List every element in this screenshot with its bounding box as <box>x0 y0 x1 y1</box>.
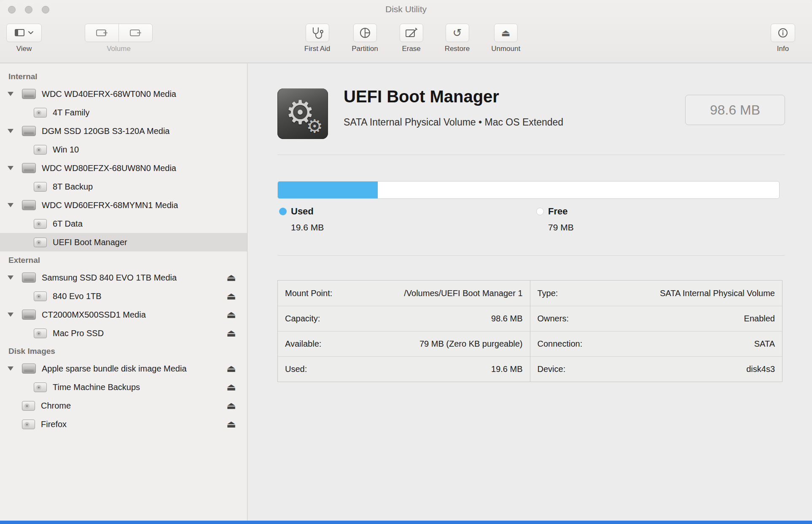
free-value: 79 MB <box>548 222 574 233</box>
view-button[interactable] <box>6 24 42 42</box>
restore-label: Restore <box>445 45 470 53</box>
eject-icon[interactable]: ⏏ <box>226 291 236 301</box>
view-group: View <box>6 24 42 53</box>
eject-icon[interactable]: ⏏ <box>226 364 236 374</box>
volume-title: UEFI Boot Manager <box>344 87 499 106</box>
disclosure-triangle-icon[interactable] <box>8 203 13 207</box>
sidebar-item-ct2000[interactable]: CT2000MX500SSD1 Media ⏏ <box>0 305 247 324</box>
eject-icon[interactable]: ⏏ <box>226 382 236 392</box>
sidebar-item-time-machine-backups[interactable]: Time Machine Backups ⏏ <box>0 378 247 396</box>
view-label: View <box>16 45 32 53</box>
eject-icon[interactable]: ⏏ <box>226 273 236 283</box>
main-content: ⚙ ⚙ UEFI Boot Manager SATA Internal Phys… <box>248 64 812 524</box>
eject-icon[interactable]: ⏏ <box>226 310 236 320</box>
disclosure-triangle-icon[interactable] <box>8 366 13 371</box>
divider <box>277 155 785 155</box>
info-button[interactable] <box>771 24 795 42</box>
usage-bar-used <box>278 182 378 198</box>
first-aid-button[interactable] <box>306 24 329 42</box>
disk-image-icon <box>22 401 35 411</box>
remove-volume-button[interactable] <box>118 24 153 42</box>
erase-icon <box>406 28 417 38</box>
sidebar-item-840-evo[interactable]: 840 Evo 1TB ⏏ <box>0 287 247 305</box>
sidebar-item-wdc-wd80[interactable]: WDC WD80EFZX-68UW8N0 Media <box>0 159 247 177</box>
used-dot <box>279 208 287 215</box>
unmount-label: Unmount <box>491 45 520 53</box>
volume-label: Volume <box>107 45 131 53</box>
disk-icon <box>22 200 36 210</box>
erase-item: Erase <box>400 24 423 53</box>
sidebar-item-4t-family[interactable]: 4T Family <box>0 103 247 122</box>
bottom-blue-strip <box>0 521 812 524</box>
partition-item: Partition <box>352 24 378 53</box>
sidebar-item-label: Samsung SSD 840 EVO 1TB Media <box>42 273 177 283</box>
unmount-button[interactable]: ⏏ <box>494 24 518 42</box>
chevron-down-icon <box>28 31 33 35</box>
disk-image-icon <box>22 420 35 429</box>
erase-label: Erase <box>402 45 420 53</box>
disclosure-triangle-icon[interactable] <box>8 129 13 133</box>
sidebar-item-6t-data[interactable]: 6T Data <box>0 214 247 233</box>
sidebar-item-wdc-wd40[interactable]: WDC WD40EFRX-68WT0N0 Media <box>0 85 247 103</box>
sidebar-item-label: DGM SSD 120GB S3-120A Media <box>42 126 169 136</box>
sidebar: Internal WDC WD40EFRX-68WT0N0 Media 4T F… <box>0 64 247 524</box>
sidebar-item-uefi-boot-manager[interactable]: UEFI Boot Manager <box>0 233 247 251</box>
sidebar-item-label: Apple sparse bundle disk image Media <box>42 364 187 374</box>
section-title-disk-images: Disk Images <box>0 342 247 359</box>
device-label: Device: <box>538 364 566 374</box>
sidebar-item-label: Win 10 <box>53 145 79 155</box>
sidebar-view-icon <box>15 29 25 37</box>
disclosure-triangle-icon[interactable] <box>8 166 13 170</box>
info-icon <box>777 27 788 38</box>
volume-icon <box>34 219 47 229</box>
used-row-value: 19.6 MB <box>491 364 522 374</box>
sidebar-item-8t-backup[interactable]: 8T Backup <box>0 177 247 196</box>
sidebar-item-label: Time Machine Backups <box>53 382 140 392</box>
sidebar-item-label: WDC WD60EFRX-68MYMN1 Media <box>42 201 178 210</box>
sidebar-item-wdc-wd60[interactable]: WDC WD60EFRX-68MYMN1 Media <box>0 196 247 214</box>
volume-subtitle: SATA Internal Physical Volume • Mac OS E… <box>344 117 563 128</box>
sidebar-item-firefox[interactable]: Firefox ⏏ <box>0 415 247 433</box>
sidebar-item-dgm-ssd[interactable]: DGM SSD 120GB S3-120A Media <box>0 122 247 140</box>
sidebar-item-chrome[interactable]: Chrome ⏏ <box>0 396 247 415</box>
disclosure-triangle-icon[interactable] <box>8 275 13 280</box>
available-value: 79 MB (Zero KB purgeable) <box>419 339 523 349</box>
owners-value: Enabled <box>744 314 775 323</box>
first-aid-label: First Aid <box>304 45 330 53</box>
volume-icon <box>34 145 47 155</box>
volume-icon <box>34 182 47 192</box>
info-label: Info <box>777 45 789 53</box>
volume-icon <box>34 108 47 118</box>
erase-button[interactable] <box>400 24 423 42</box>
restore-button[interactable]: ↺ <box>445 24 469 42</box>
table-row: Mount Point: /Volumes/UEFI Boot Manager … <box>278 281 530 306</box>
eject-icon[interactable]: ⏏ <box>226 401 236 411</box>
capacity-value: 98.6 MB <box>491 314 522 323</box>
sidebar-item-win-10[interactable]: Win 10 <box>0 140 247 159</box>
partition-icon <box>359 27 370 38</box>
toolbar-actions: First Aid Partition <box>304 24 520 53</box>
type-value: SATA Internal Physical Volume <box>660 289 775 298</box>
disk-icon <box>22 364 36 374</box>
eject-icon[interactable]: ⏏ <box>226 328 236 338</box>
connection-value: SATA <box>754 339 775 349</box>
add-volume-button[interactable] <box>85 24 119 42</box>
partition-button[interactable] <box>353 24 376 42</box>
sidebar-item-mac-pro-ssd[interactable]: Mac Pro SSD ⏏ <box>0 324 247 342</box>
disclosure-triangle-icon[interactable] <box>8 92 13 96</box>
eject-icon[interactable]: ⏏ <box>226 419 236 429</box>
unmount-item: ⏏ Unmount <box>491 24 520 53</box>
sidebar-item-apple-sparse-bundle[interactable]: Apple sparse bundle disk image Media ⏏ <box>0 359 247 378</box>
sidebar-item-label: 8T Backup <box>53 182 93 192</box>
section-title-internal: Internal <box>0 68 247 85</box>
unmount-eject-icon: ⏏ <box>501 28 511 38</box>
disk-icon <box>22 310 36 320</box>
sidebar-item-label: UEFI Boot Manager <box>53 238 127 247</box>
disclosure-triangle-icon[interactable] <box>8 313 13 317</box>
sidebar-item-samsung-ssd[interactable]: Samsung SSD 840 EVO 1TB Media ⏏ <box>0 268 247 287</box>
section-title-external: External <box>0 251 247 268</box>
divider <box>277 255 785 256</box>
used-value: 19.6 MB <box>291 222 324 233</box>
volume-icon <box>34 329 47 338</box>
add-volume-icon <box>96 28 108 37</box>
